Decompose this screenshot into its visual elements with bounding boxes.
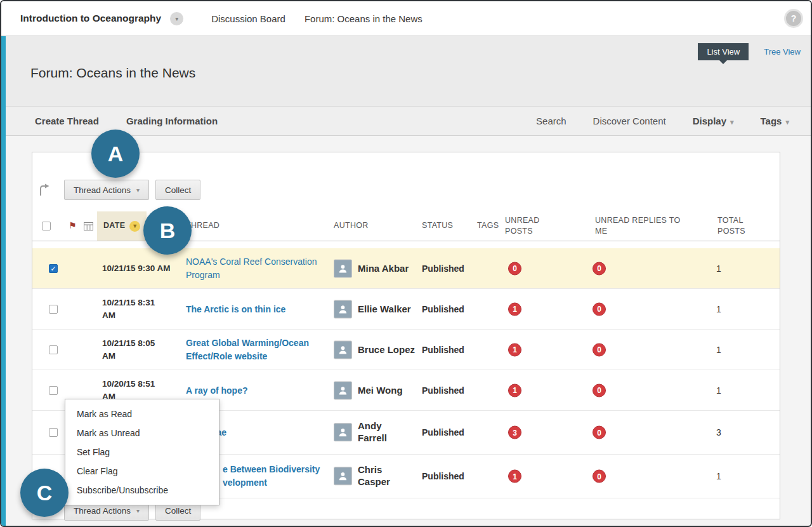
- thread-date: 10/21/15 8:05 AM: [102, 337, 181, 363]
- thread-author: Chris Casper: [334, 464, 424, 488]
- app-window: Introduction to Oceanography ▾ Discussio…: [0, 0, 812, 527]
- tags-menu-button[interactable]: Tags▾: [761, 116, 789, 126]
- thread-actions-button[interactable]: Thread Actions▾: [64, 180, 149, 200]
- tree-view-tab[interactable]: Tree View: [764, 47, 801, 57]
- unread-posts-badge: 0: [508, 262, 521, 275]
- row-checkbox[interactable]: [49, 345, 58, 354]
- thread-link[interactable]: A ray of hope?: [186, 384, 324, 397]
- course-menu-button[interactable]: ▾: [170, 12, 183, 25]
- select-all-checkbox[interactable]: [42, 222, 51, 230]
- menu-item-clear-flag[interactable]: Clear Flag: [65, 462, 219, 481]
- thread-date: 10/21/15 9:30 AM: [102, 262, 181, 274]
- avatar: [334, 424, 352, 442]
- annotation-c: C: [20, 469, 69, 517]
- table-row: 10/21/15 8:31 AM The Arctic is on thin i…: [32, 289, 780, 330]
- status-label: Published: [422, 427, 464, 437]
- column-header-tags[interactable]: TAGS: [477, 211, 499, 241]
- unread-posts-badge: 1: [508, 302, 521, 316]
- discover-content-button[interactable]: Discover Content: [593, 116, 666, 126]
- unread-replies-badge: 0: [593, 262, 606, 275]
- view-toggle: List View Tree View: [698, 43, 801, 60]
- row-checkbox[interactable]: [49, 305, 58, 314]
- thread-link[interactable]: NOAA's Coral Reef Conservation Program: [186, 255, 324, 282]
- thread-author: Bruce Lopez: [334, 340, 424, 359]
- avatar: [334, 381, 352, 399]
- column-header-total-posts[interactable]: TOTAL POSTS: [717, 211, 754, 241]
- grading-information-button[interactable]: Grading Information: [126, 116, 218, 126]
- action-bar-left: Create Thread Grading Information: [35, 107, 218, 135]
- row-checkbox[interactable]: [49, 264, 58, 273]
- menu-item-subscribe-unsubscribe[interactable]: Subscribe/Unsubscribe: [65, 481, 219, 500]
- thread-author: Mina Akbar: [334, 259, 424, 277]
- unread-posts-badge: 1: [508, 384, 521, 397]
- create-thread-button[interactable]: Create Thread: [35, 116, 99, 126]
- course-title: Introduction to Oceanography: [20, 13, 161, 24]
- annotation-b: B: [143, 206, 192, 255]
- total-posts: 1: [716, 471, 721, 481]
- status-label: Published: [422, 304, 464, 314]
- thread-author: Mei Wong: [334, 381, 424, 399]
- action-bar-right: Search Discover Content Display▾ Tags▾: [536, 107, 789, 135]
- avatar: [334, 300, 352, 318]
- menu-item-mark-as-unread[interactable]: Mark as Unread: [65, 424, 219, 443]
- avatar: [334, 259, 352, 277]
- chevron-down-icon: ▾: [785, 118, 789, 126]
- thread-link[interactable]: Great Global Warming/Ocean Effect/Role w…: [186, 337, 324, 363]
- grid-column-icon: [84, 211, 93, 241]
- chevron-down-icon: ▾: [136, 187, 140, 194]
- total-posts: 1: [716, 264, 721, 274]
- column-header-author[interactable]: AUTHOR: [334, 211, 369, 241]
- thread-link[interactable]: gae: [211, 426, 324, 439]
- unread-replies-badge: 0: [593, 343, 606, 356]
- thread-link[interactable]: The Arctic is on thin ice: [186, 302, 324, 316]
- table-row: 10/21/15 9:30 AM NOAA's Coral Reef Conse…: [32, 248, 780, 289]
- unread-posts-badge: 1: [508, 343, 521, 356]
- column-header-date[interactable]: DATE▼: [97, 211, 147, 241]
- column-header-status[interactable]: STATUS: [422, 211, 453, 241]
- status-label: Published: [422, 264, 464, 274]
- thread-author: Andy Farrell: [334, 420, 424, 444]
- unread-posts-badge: 3: [508, 426, 521, 439]
- context-menu: Mark as Read Mark as Unread Set Flag Cle…: [65, 399, 219, 505]
- top-bar: Introduction to Oceanography ▾ Discussio…: [1, 1, 811, 36]
- unread-replies-badge: 0: [593, 470, 606, 483]
- sort-descending-icon: ▼: [129, 221, 140, 232]
- chevron-down-icon: ▾: [175, 15, 178, 22]
- total-posts: 1: [716, 385, 721, 396]
- branch-arrow-icon: [37, 183, 51, 199]
- column-header-unread-replies[interactable]: UNREAD REPLIES TO ME: [595, 211, 690, 241]
- menu-item-set-flag[interactable]: Set Flag: [65, 443, 219, 462]
- help-button[interactable]: ?: [784, 9, 803, 28]
- row-checkbox[interactable]: [49, 386, 58, 395]
- menu-item-mark-as-read[interactable]: Mark as Read: [65, 404, 219, 424]
- chevron-down-icon: ▾: [136, 507, 140, 514]
- thread-toolbar-top: Thread Actions▾ Collect: [37, 180, 200, 200]
- accent-stripe: [1, 36, 6, 526]
- status-label: Published: [422, 385, 464, 396]
- avatar: [334, 467, 352, 486]
- thread-author: Ellie Walker: [334, 300, 424, 318]
- collect-button[interactable]: Collect: [155, 180, 200, 200]
- avatar: [334, 340, 352, 359]
- total-posts: 1: [716, 345, 721, 355]
- status-label: Published: [422, 345, 464, 355]
- status-label: Published: [422, 471, 464, 481]
- chevron-down-icon: ▾: [730, 118, 734, 126]
- breadcrumb-forum[interactable]: Forum: Oceans in the News: [304, 13, 422, 24]
- search-button[interactable]: Search: [536, 116, 566, 126]
- page-title: Forum: Oceans in the News: [30, 65, 195, 81]
- flag-column-icon: ⚑: [69, 211, 77, 241]
- table-row: 10/21/15 8:05 AM Great Global Warming/Oc…: [32, 330, 780, 370]
- thread-date: 10/21/15 8:31 AM: [102, 296, 181, 322]
- column-header-unread-posts[interactable]: UNREAD POSTS: [505, 211, 549, 241]
- annotation-a: A: [91, 130, 140, 178]
- row-checkbox[interactable]: [49, 428, 58, 437]
- thread-link[interactable]: e Between Biodiversity velopment: [223, 463, 336, 490]
- total-posts: 3: [716, 427, 721, 437]
- list-view-tab[interactable]: List View: [698, 43, 749, 60]
- unread-replies-badge: 0: [593, 426, 606, 439]
- total-posts: 1: [716, 304, 721, 314]
- display-menu-button[interactable]: Display▾: [693, 116, 734, 126]
- breadcrumb-discussion-board[interactable]: Discussion Board: [211, 13, 285, 24]
- unread-replies-badge: 0: [593, 384, 606, 397]
